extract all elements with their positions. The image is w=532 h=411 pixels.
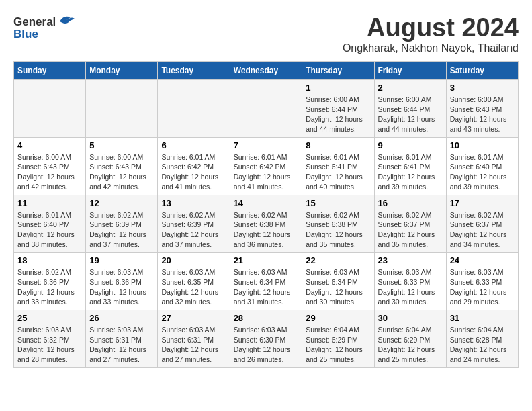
day-number: 12 [89,198,154,208]
logo-blue: Blue [13,28,38,41]
day-info: Sunrise: 6:03 AM Sunset: 6:34 PM Dayligh… [234,267,299,307]
day-number: 11 [17,198,82,208]
day-info: Sunrise: 6:03 AM Sunset: 6:32 PM Dayligh… [17,325,82,365]
day-number: 22 [306,255,370,265]
calendar-table: SundayMondayTuesdayWednesdayThursdayFrid… [13,61,519,368]
day-info: Sunrise: 6:00 AM Sunset: 6:43 PM Dayligh… [450,95,515,134]
calendar-cell: 28Sunrise: 6:03 AM Sunset: 6:30 PM Dayli… [230,310,302,368]
calendar-cell: 18Sunrise: 6:02 AM Sunset: 6:36 PM Dayli… [14,253,86,310]
calendar-cell: 5Sunrise: 6:00 AM Sunset: 6:43 PM Daylig… [86,137,158,195]
calendar-week-row: 11Sunrise: 6:01 AM Sunset: 6:40 PM Dayli… [14,195,519,253]
day-info: Sunrise: 6:01 AM Sunset: 6:41 PM Dayligh… [306,152,370,192]
day-number: 27 [161,313,226,323]
day-info: Sunrise: 6:02 AM Sunset: 6:36 PM Dayligh… [17,267,82,307]
header: General Blue August 2024 Ongkharak, Nakh… [13,13,519,54]
calendar-cell: 8Sunrise: 6:01 AM Sunset: 6:41 PM Daylig… [302,137,374,195]
calendar-cell: 25Sunrise: 6:03 AM Sunset: 6:32 PM Dayli… [14,310,86,368]
calendar-cell: 27Sunrise: 6:03 AM Sunset: 6:31 PM Dayli… [158,310,230,368]
day-number: 26 [89,313,154,323]
day-info: Sunrise: 6:01 AM Sunset: 6:40 PM Dayligh… [17,210,82,250]
calendar-cell: 15Sunrise: 6:02 AM Sunset: 6:38 PM Dayli… [302,195,374,253]
calendar-cell [230,80,302,138]
calendar-cell: 24Sunrise: 6:03 AM Sunset: 6:33 PM Dayli… [446,253,518,310]
page-subtitle: Ongkharak, Nakhon Nayok, Thailand [343,42,519,54]
day-info: Sunrise: 6:01 AM Sunset: 6:41 PM Dayligh… [378,152,443,192]
day-info: Sunrise: 6:03 AM Sunset: 6:33 PM Dayligh… [450,267,515,307]
weekday-header-saturday: Saturday [446,62,518,80]
day-info: Sunrise: 6:02 AM Sunset: 6:37 PM Dayligh… [450,210,515,250]
day-number: 7 [234,140,299,150]
calendar-week-row: 18Sunrise: 6:02 AM Sunset: 6:36 PM Dayli… [14,253,519,310]
day-number: 16 [378,198,443,208]
day-number: 5 [89,140,154,150]
calendar-cell: 6Sunrise: 6:01 AM Sunset: 6:42 PM Daylig… [158,137,230,195]
day-number: 3 [450,83,515,93]
calendar-cell: 3Sunrise: 6:00 AM Sunset: 6:43 PM Daylig… [446,80,518,138]
day-info: Sunrise: 6:03 AM Sunset: 6:35 PM Dayligh… [161,267,226,307]
calendar-week-row: 1Sunrise: 6:00 AM Sunset: 6:44 PM Daylig… [14,80,519,138]
weekday-header-monday: Monday [86,62,158,80]
weekday-header-sunday: Sunday [14,62,86,80]
calendar-cell: 7Sunrise: 6:01 AM Sunset: 6:42 PM Daylig… [230,137,302,195]
day-number: 15 [306,198,370,208]
day-number: 28 [234,313,299,323]
weekday-header-thursday: Thursday [302,62,374,80]
day-number: 14 [234,198,299,208]
title-area: August 2024 Ongkharak, Nakhon Nayok, Tha… [343,13,519,54]
day-info: Sunrise: 6:03 AM Sunset: 6:33 PM Dayligh… [378,267,443,307]
calendar-cell: 4Sunrise: 6:00 AM Sunset: 6:43 PM Daylig… [14,137,86,195]
day-info: Sunrise: 6:00 AM Sunset: 6:43 PM Dayligh… [89,152,154,192]
day-info: Sunrise: 6:04 AM Sunset: 6:29 PM Dayligh… [378,325,443,365]
calendar-cell: 30Sunrise: 6:04 AM Sunset: 6:29 PM Dayli… [374,310,446,368]
day-info: Sunrise: 6:01 AM Sunset: 6:40 PM Dayligh… [450,152,515,192]
calendar-cell: 19Sunrise: 6:03 AM Sunset: 6:36 PM Dayli… [86,253,158,310]
calendar-cell: 14Sunrise: 6:02 AM Sunset: 6:38 PM Dayli… [230,195,302,253]
day-info: Sunrise: 6:03 AM Sunset: 6:31 PM Dayligh… [161,325,226,365]
day-number: 10 [450,140,515,150]
day-number: 9 [378,140,443,150]
day-number: 31 [450,313,515,323]
calendar-cell: 13Sunrise: 6:02 AM Sunset: 6:39 PM Dayli… [158,195,230,253]
calendar-cell: 16Sunrise: 6:02 AM Sunset: 6:37 PM Dayli… [374,195,446,253]
day-info: Sunrise: 6:01 AM Sunset: 6:42 PM Dayligh… [234,152,299,192]
weekday-header-wednesday: Wednesday [230,62,302,80]
calendar-cell: 22Sunrise: 6:03 AM Sunset: 6:34 PM Dayli… [302,253,374,310]
day-number: 1 [306,83,370,93]
calendar-cell: 26Sunrise: 6:03 AM Sunset: 6:31 PM Dayli… [86,310,158,368]
calendar-week-row: 25Sunrise: 6:03 AM Sunset: 6:32 PM Dayli… [14,310,519,368]
day-info: Sunrise: 6:02 AM Sunset: 6:37 PM Dayligh… [378,210,443,250]
day-number: 6 [161,140,226,150]
day-number: 21 [234,255,299,265]
day-info: Sunrise: 6:03 AM Sunset: 6:34 PM Dayligh… [306,267,370,307]
day-info: Sunrise: 6:03 AM Sunset: 6:30 PM Dayligh… [234,325,299,365]
calendar-cell [158,80,230,138]
day-number: 4 [17,140,82,150]
day-number: 23 [378,255,443,265]
weekday-header-tuesday: Tuesday [158,62,230,80]
calendar-cell: 2Sunrise: 6:00 AM Sunset: 6:44 PM Daylig… [374,80,446,138]
page-title: August 2024 [343,13,519,42]
logo: General Blue [13,13,76,41]
day-number: 30 [378,313,443,323]
day-info: Sunrise: 6:02 AM Sunset: 6:39 PM Dayligh… [89,210,154,250]
day-info: Sunrise: 6:03 AM Sunset: 6:36 PM Dayligh… [89,267,154,307]
calendar-cell: 9Sunrise: 6:01 AM Sunset: 6:41 PM Daylig… [374,137,446,195]
day-number: 29 [306,313,370,323]
day-info: Sunrise: 6:04 AM Sunset: 6:29 PM Dayligh… [306,325,370,365]
day-number: 13 [161,198,226,208]
day-number: 24 [450,255,515,265]
calendar-cell: 20Sunrise: 6:03 AM Sunset: 6:35 PM Dayli… [158,253,230,310]
day-number: 17 [450,198,515,208]
day-number: 8 [306,140,370,150]
day-info: Sunrise: 6:04 AM Sunset: 6:28 PM Dayligh… [450,325,515,365]
weekday-header-row: SundayMondayTuesdayWednesdayThursdayFrid… [14,62,519,80]
day-info: Sunrise: 6:02 AM Sunset: 6:38 PM Dayligh… [306,210,370,250]
calendar-cell [14,80,86,138]
calendar-cell: 23Sunrise: 6:03 AM Sunset: 6:33 PM Dayli… [374,253,446,310]
day-number: 19 [89,255,154,265]
day-info: Sunrise: 6:03 AM Sunset: 6:31 PM Dayligh… [89,325,154,365]
day-info: Sunrise: 6:00 AM Sunset: 6:44 PM Dayligh… [306,95,370,134]
calendar-cell: 11Sunrise: 6:01 AM Sunset: 6:40 PM Dayli… [14,195,86,253]
day-info: Sunrise: 6:01 AM Sunset: 6:42 PM Dayligh… [161,152,226,192]
calendar-week-row: 4Sunrise: 6:00 AM Sunset: 6:43 PM Daylig… [14,137,519,195]
